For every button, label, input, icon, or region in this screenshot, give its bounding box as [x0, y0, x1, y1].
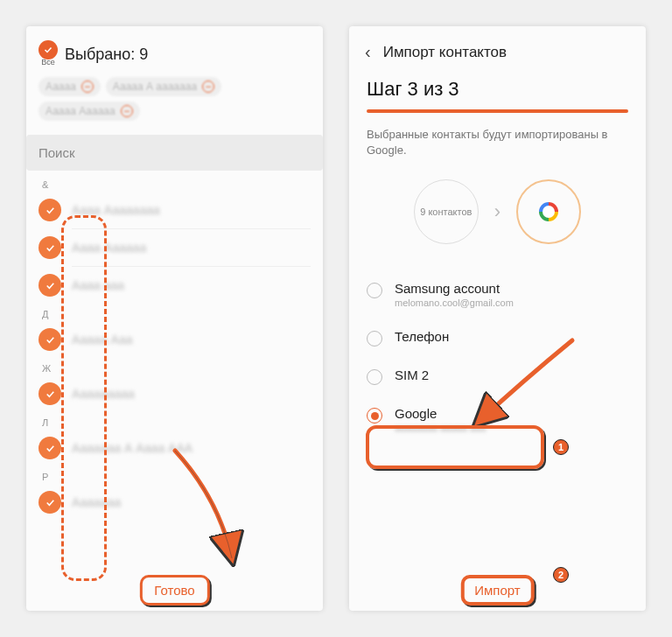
selected-chip[interactable]: Ааааа−: [38, 77, 101, 96]
section-letter: Ж: [42, 363, 311, 374]
right-screen: ‹ Импорт контактов Шаг 3 из 3 Выбранные …: [349, 26, 646, 611]
radio-label: Google: [395, 406, 486, 421]
check-icon[interactable]: [38, 491, 61, 514]
transfer-diagram: 9 контактов ›: [367, 179, 628, 244]
import-button[interactable]: Импорт: [460, 575, 534, 606]
contact-list: &Аааа АаааааааАааа АаааааАааа аааДАаааа …: [26, 171, 323, 521]
check-icon[interactable]: [38, 382, 61, 405]
section-letter: Д: [42, 309, 311, 319]
progress-bar: [367, 109, 628, 113]
radio-sublabel: аааааааа ааааа ааа: [395, 423, 486, 433]
google-circle: [516, 179, 581, 244]
contact-row[interactable]: Аааа Аааааа: [38, 229, 311, 266]
check-icon[interactable]: [38, 274, 61, 297]
select-all-icon[interactable]: [38, 40, 58, 60]
check-icon[interactable]: [38, 236, 61, 259]
remove-chip-icon[interactable]: −: [121, 105, 133, 117]
contact-name: Аааа ааа: [72, 278, 311, 292]
done-button[interactable]: Готово: [139, 575, 209, 606]
search-input[interactable]: Поиск: [26, 135, 323, 171]
remove-chip-icon[interactable]: −: [202, 80, 214, 93]
radio-option[interactable]: Samsung accountmelomano.cool@gmail.com: [367, 270, 628, 318]
selected-chip[interactable]: Ааааа Аааааа−: [38, 102, 140, 121]
remove-chip-icon[interactable]: −: [81, 80, 94, 93]
step-title: Шаг 3 из 3: [367, 78, 628, 101]
left-screen: Все Выбрано: 9 Ааааа−Ааааа А ааааааа−Ааа…: [26, 26, 323, 611]
contact-row[interactable]: Ааааааа: [38, 484, 311, 521]
contact-name: Ааааааа А Аааа ААА: [72, 441, 311, 455]
header-title: Импорт контактов: [383, 44, 507, 61]
radio-icon: [367, 408, 382, 424]
right-header: ‹ Импорт контактов: [349, 26, 646, 71]
annotation-marker-1: 1: [553, 439, 569, 455]
contact-row[interactable]: Ааааа Ааа: [38, 321, 311, 358]
check-icon[interactable]: [38, 437, 61, 459]
radio-label: Телефон: [395, 329, 449, 344]
section-letter: &: [42, 179, 311, 190]
selection-header: Все Выбрано: 9 Ааааа−Ааааа А ааааааа−Ааа…: [26, 26, 323, 128]
contact-row[interactable]: Аааа Аааааааа: [38, 192, 311, 228]
radio-option[interactable]: Телефон: [367, 318, 628, 357]
radio-icon: [367, 331, 382, 346]
contact-name: Аааа Аааааааа: [72, 203, 311, 217]
contact-row[interactable]: Ааааааа А Аааа ААА: [38, 430, 311, 466]
selected-chips: Ааааа−Ааааа А ааааааа−Ааааа Аааааа−: [38, 77, 311, 121]
section-letter: Р: [42, 472, 311, 482]
radio-option[interactable]: Googleаааааааа ааааа ааа: [367, 396, 628, 444]
radio-icon: [367, 283, 382, 298]
selected-count: Выбрано: 9: [65, 46, 148, 64]
check-icon[interactable]: [38, 328, 61, 351]
radio-sublabel: melomano.cool@gmail.com: [395, 298, 514, 308]
radio-option[interactable]: SIM 2: [367, 357, 628, 396]
account-radio-list: Samsung accountmelomano.cool@gmail.comТе…: [349, 270, 646, 444]
radio-label: Samsung account: [395, 281, 514, 296]
contact-name: Ааааааааа: [72, 387, 311, 401]
contact-name: Ааааа Ааа: [72, 332, 311, 346]
google-logo-icon: [539, 202, 558, 221]
contact-row[interactable]: Аааа ааа: [38, 267, 311, 304]
section-letter: Л: [42, 417, 311, 428]
contact-row[interactable]: Ааааааааа: [38, 375, 311, 412]
contact-name: Аааа Аааааа: [72, 241, 311, 255]
selected-chip[interactable]: Ааааа А ааааааа−: [106, 77, 221, 96]
contacts-circle: 9 контактов: [414, 179, 479, 244]
contact-name: Ааааааа: [72, 495, 311, 509]
radio-icon: [367, 369, 382, 385]
back-icon[interactable]: ‹: [365, 42, 371, 62]
arrow-icon: ›: [494, 200, 500, 223]
radio-label: SIM 2: [395, 368, 429, 382]
select-all-label: Все: [41, 58, 55, 66]
step-description: Выбранные контакты будут импортированы в…: [367, 127, 628, 158]
check-icon[interactable]: [38, 199, 61, 221]
annotation-marker-2: 2: [553, 567, 569, 583]
